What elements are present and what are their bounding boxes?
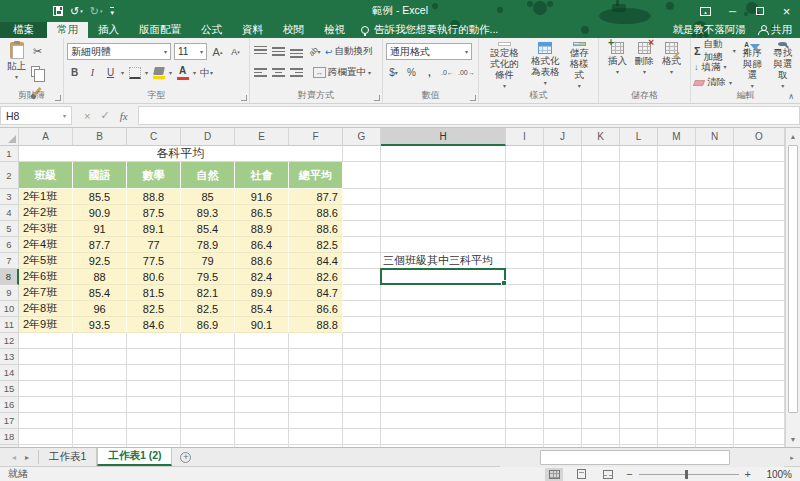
cell-J11[interactable] <box>544 317 582 333</box>
column-header-H[interactable]: H <box>381 128 506 146</box>
tab-插入[interactable]: 插入 <box>88 22 129 38</box>
row-header-3[interactable]: 3 <box>0 189 19 205</box>
cell-J15[interactable] <box>544 381 582 397</box>
column-header-K[interactable]: K <box>582 128 620 146</box>
cell-D5[interactable]: 85.4 <box>181 221 235 237</box>
copy-button[interactable]: ▾ <box>30 63 45 80</box>
cell-L14[interactable] <box>620 365 658 381</box>
cell-B5[interactable]: 91 <box>73 221 127 237</box>
cell-E12[interactable] <box>235 333 289 349</box>
cell-C12[interactable] <box>127 333 181 349</box>
cell-D9[interactable]: 82.1 <box>181 285 235 301</box>
cell-L4[interactable] <box>620 205 658 221</box>
user-name[interactable]: 就是教不落阿湯 <box>673 23 747 37</box>
cell-O4[interactable] <box>734 205 785 221</box>
cell-O16[interactable] <box>734 397 785 413</box>
cell-H3[interactable] <box>381 189 506 205</box>
cell-E14[interactable] <box>235 365 289 381</box>
cell-I7[interactable] <box>506 253 544 269</box>
cell-B18[interactable] <box>73 429 127 445</box>
row-header-14[interactable]: 14 <box>0 365 19 381</box>
underline-button[interactable]: U <box>103 64 118 81</box>
cell-M12[interactable] <box>658 333 696 349</box>
align-top-button[interactable] <box>253 43 268 60</box>
cell-O11[interactable] <box>734 317 785 333</box>
cell-I5[interactable] <box>506 221 544 237</box>
cell-C18[interactable] <box>127 429 181 445</box>
cell-K12[interactable] <box>582 333 620 349</box>
cell-N18[interactable] <box>696 429 734 445</box>
cell-O3[interactable] <box>734 189 785 205</box>
cell-J13[interactable] <box>544 349 582 365</box>
next-sheet-icon[interactable]: ▸ <box>25 453 29 462</box>
cell-I11[interactable] <box>506 317 544 333</box>
cell-D13[interactable] <box>181 349 235 365</box>
cell-O9[interactable] <box>734 285 785 301</box>
cell-B15[interactable] <box>73 381 127 397</box>
fill-color-caret-icon[interactable]: ▾ <box>169 70 172 76</box>
page-layout-view-button[interactable] <box>572 468 590 481</box>
borders-button[interactable] <box>127 64 142 81</box>
cell-E2[interactable]: 社會 <box>235 162 289 189</box>
cell-M14[interactable] <box>658 365 696 381</box>
column-header-O[interactable]: O <box>734 128 785 146</box>
cell-N15[interactable] <box>696 381 734 397</box>
cell-D12[interactable] <box>181 333 235 349</box>
phonetic-button[interactable]: 中▾ <box>199 64 214 81</box>
cell-H2[interactable] <box>381 162 506 189</box>
cell-J17[interactable] <box>544 413 582 429</box>
cell-K17[interactable] <box>582 413 620 429</box>
tab-檢視[interactable]: 檢視 <box>314 22 355 38</box>
cell-M3[interactable] <box>658 189 696 205</box>
cell-B6[interactable]: 87.7 <box>73 237 127 253</box>
cell-E8[interactable]: 82.4 <box>235 269 289 285</box>
cell-K7[interactable] <box>582 253 620 269</box>
cell-C10[interactable]: 82.5 <box>127 301 181 317</box>
cell-I1[interactable] <box>506 146 544 162</box>
zoom-slider-thumb[interactable] <box>685 470 688 479</box>
cell-G2[interactable] <box>343 162 381 189</box>
column-header-F[interactable]: F <box>289 128 343 146</box>
cell-J14[interactable] <box>544 365 582 381</box>
cell-D8[interactable]: 79.5 <box>181 269 235 285</box>
cell-A16[interactable] <box>19 397 73 413</box>
cell-J1[interactable] <box>544 146 582 162</box>
comma-style-button[interactable]: , <box>422 64 437 81</box>
cell-C14[interactable] <box>127 365 181 381</box>
font-color-caret-icon[interactable]: ▾ <box>193 70 196 76</box>
cell-E9[interactable]: 89.9 <box>235 285 289 301</box>
cell-N8[interactable] <box>696 269 734 285</box>
increase-decimal-button[interactable]: .0← <box>440 64 455 81</box>
cell-L15[interactable] <box>620 381 658 397</box>
cell-I8[interactable] <box>506 269 544 285</box>
cell-N2[interactable] <box>696 162 734 189</box>
cell-A12[interactable] <box>19 333 73 349</box>
cell-G15[interactable] <box>343 381 381 397</box>
cell-L3[interactable] <box>620 189 658 205</box>
cell-C2[interactable]: 數學 <box>127 162 181 189</box>
cell-B2[interactable]: 國語 <box>73 162 127 189</box>
cell-E3[interactable]: 91.6 <box>235 189 289 205</box>
number-dialog-launcher[interactable] <box>470 95 476 101</box>
cell-F15[interactable] <box>289 381 343 397</box>
sort-filter-button[interactable]: AZ 排序與篩選 ▾ <box>736 41 769 90</box>
cell-D3[interactable]: 85 <box>181 189 235 205</box>
shrink-font-button[interactable]: A▾ <box>228 43 243 60</box>
cell-J6[interactable] <box>544 237 582 253</box>
cell-styles-button[interactable]: 儲存格樣式 ▾ <box>563 41 595 90</box>
cell-I3[interactable] <box>506 189 544 205</box>
cell-L10[interactable] <box>620 301 658 317</box>
cell-K16[interactable] <box>582 397 620 413</box>
column-header-I[interactable]: I <box>506 128 544 146</box>
cell-L7[interactable] <box>620 253 658 269</box>
vertical-scrollbar[interactable]: ▲ ▼ <box>785 128 800 447</box>
cell-C13[interactable] <box>127 349 181 365</box>
cell-F6[interactable]: 82.5 <box>289 237 343 253</box>
cell-E7[interactable]: 88.6 <box>235 253 289 269</box>
cell-L12[interactable] <box>620 333 658 349</box>
cell-L1[interactable] <box>620 146 658 162</box>
cell-O18[interactable] <box>734 429 785 445</box>
cell-D18[interactable] <box>181 429 235 445</box>
cell-C8[interactable]: 80.6 <box>127 269 181 285</box>
row-header-12[interactable]: 12 <box>0 333 19 349</box>
